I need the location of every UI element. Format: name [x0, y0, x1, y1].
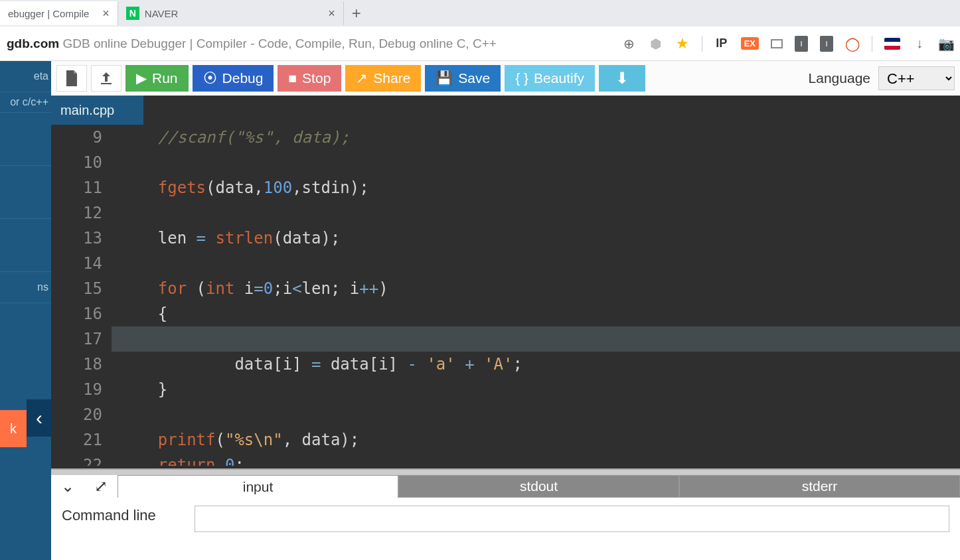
- line-num: 14: [51, 251, 102, 276]
- new-file-button[interactable]: [56, 65, 87, 92]
- stop-button[interactable]: ■ Stop: [278, 65, 341, 92]
- sidebar-blank1[interactable]: [0, 113, 51, 166]
- code-line-10: [120, 150, 960, 175]
- url-text: gdb.com GDB online Debugger | Compiler -…: [7, 36, 497, 51]
- file-tab-main[interactable]: main.cpp: [51, 96, 143, 125]
- ex-badge[interactable]: EX: [741, 37, 759, 50]
- sidebar-ns[interactable]: ns: [0, 272, 51, 303]
- run-button[interactable]: ▶ Run: [125, 65, 189, 92]
- sidebar-cpp[interactable]: or c/c++: [0, 92, 51, 113]
- play-icon: ▶: [136, 70, 147, 86]
- stop-label: Stop: [302, 70, 331, 86]
- tab-label: input: [243, 479, 274, 495]
- gutter: 9 10 11 12 13 14 15 16 17 18 19 20 21 22: [51, 125, 112, 468]
- code-line-13: len = strlen(data);: [120, 226, 960, 251]
- sidebar-beta[interactable]: eta: [0, 61, 51, 92]
- browser-tab-1[interactable]: ebugger | Compile ×: [0, 1, 118, 25]
- code-line-16: {: [120, 301, 960, 326]
- upload-button[interactable]: [91, 65, 121, 92]
- tab-label: NAVER: [145, 8, 179, 19]
- code-line-11: fgets(data,100,stdin);: [120, 175, 960, 200]
- flag-icon[interactable]: [884, 38, 900, 50]
- toolbar: ▶ Run ⦿ Debug ■ Stop ↗ Share 💾 Save { } …: [51, 61, 960, 96]
- naver-icon: N: [126, 7, 139, 20]
- code-line-21: printf("%s\n", data);: [120, 427, 960, 453]
- save-button[interactable]: 💾 Save: [425, 65, 501, 92]
- line-num: 18: [51, 352, 102, 377]
- close-icon[interactable]: ×: [102, 7, 110, 21]
- circle-icon[interactable]: ◯: [845, 36, 860, 51]
- braces-icon: { }: [515, 70, 528, 86]
- sidebar-collapse[interactable]: ‹: [27, 399, 52, 437]
- code-line-12: [120, 200, 960, 226]
- share-icon: ↗: [356, 70, 368, 86]
- line-num: 17: [51, 326, 102, 352]
- line-num: 22: [51, 453, 102, 466]
- sidebar-k-label: k: [10, 421, 17, 437]
- beautify-button[interactable]: { } Beautify: [505, 65, 595, 92]
- browser-tab-bar: ebugger | Compile × N NAVER × +: [0, 0, 960, 27]
- expand-icon[interactable]: ⤢: [84, 475, 118, 498]
- code-line-15: for (int i=0;i<len; i++): [120, 276, 960, 301]
- camera-icon[interactable]: 📷: [939, 36, 953, 51]
- command-line-input[interactable]: [195, 506, 949, 532]
- square-icon-1[interactable]: I: [795, 36, 808, 52]
- share-button[interactable]: ↗ Share: [345, 65, 421, 92]
- screen-icon[interactable]: [771, 39, 783, 48]
- close-icon[interactable]: ×: [328, 7, 335, 21]
- line-num: 11: [51, 175, 102, 200]
- star-icon[interactable]: ★: [675, 36, 690, 51]
- command-line-section: Command line: [51, 498, 960, 560]
- tab-input[interactable]: input: [118, 475, 398, 498]
- language-select[interactable]: C++: [878, 66, 955, 90]
- tab-label: stdout: [520, 478, 558, 494]
- download-button[interactable]: ⬇: [599, 65, 645, 92]
- code-editor[interactable]: 9 10 11 12 13 14 15 16 17 18 19 20 21 22…: [51, 125, 960, 468]
- debug-button[interactable]: ⦿ Debug: [193, 65, 274, 92]
- sidebar: eta or c/c++ ns k ‹: [0, 61, 51, 560]
- sidebar-blank2[interactable]: [0, 166, 51, 219]
- tab-label: stderr: [802, 478, 838, 494]
- line-num: 10: [51, 150, 102, 175]
- save-label: Save: [458, 70, 490, 86]
- command-line-label: Command line: [62, 506, 181, 525]
- code-area[interactable]: //scanf("%s", data); fgets(data,100,stdi…: [112, 125, 960, 468]
- download-icon: ⬇: [615, 69, 629, 88]
- line-num: 9: [51, 125, 102, 150]
- tab-stdout[interactable]: stdout: [398, 475, 679, 498]
- line-highlight: [112, 326, 960, 352]
- ip-badge[interactable]: IP: [714, 36, 729, 51]
- code-line-9: //scanf("%s", data);: [120, 125, 960, 150]
- line-num: 12: [51, 200, 102, 226]
- url-bar: gdb.com GDB online Debugger | Compiler -…: [0, 27, 960, 61]
- debug-label: Debug: [222, 70, 264, 86]
- sidebar-k[interactable]: k: [0, 410, 27, 447]
- line-num: 16: [51, 301, 102, 326]
- sidebar-blank3[interactable]: [0, 219, 51, 272]
- tab-stderr[interactable]: stderr: [679, 475, 960, 498]
- new-tab-button[interactable]: +: [344, 4, 369, 23]
- line-num: 19: [51, 377, 102, 402]
- separator: [872, 36, 872, 52]
- square-icon-2[interactable]: I: [820, 36, 833, 52]
- code-line-18: data[i] = data[i] - 'a' + 'A';: [120, 352, 960, 377]
- debug-icon: ⦿: [203, 70, 217, 86]
- url-icons: ⊕ ⬢ ★ IP EX I I ◯ ↓ 📷: [622, 36, 953, 52]
- line-num: 21: [51, 427, 102, 453]
- browser-tab-2[interactable]: N NAVER ×: [118, 1, 344, 25]
- code-line-20: [120, 402, 960, 427]
- io-tabs: ⌄ ⤢ input stdout stderr: [51, 475, 960, 498]
- line-num: 13: [51, 226, 102, 251]
- panel-divider[interactable]: [51, 468, 960, 475]
- file-tab-label: main.cpp: [60, 103, 114, 118]
- line-num: 20: [51, 402, 102, 427]
- separator: [702, 36, 702, 52]
- download-icon[interactable]: ↓: [912, 36, 927, 51]
- save-icon: 💾: [436, 70, 453, 86]
- code-line-14: [120, 251, 960, 276]
- pocket-icon[interactable]: ⬢: [649, 36, 663, 51]
- zoom-icon[interactable]: ⊕: [622, 36, 637, 51]
- chevron-down-icon[interactable]: ⌄: [51, 475, 84, 498]
- file-tabs: main.cpp: [51, 96, 960, 125]
- run-label: Run: [152, 70, 178, 86]
